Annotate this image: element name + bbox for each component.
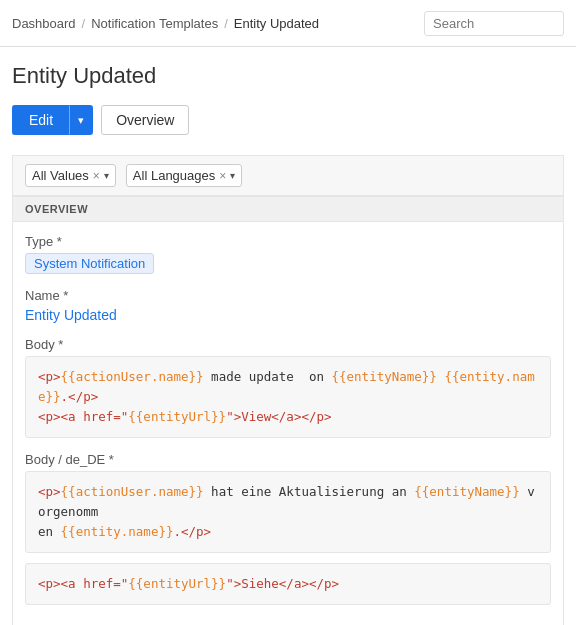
name-value: Entity Updated xyxy=(25,307,551,323)
body-de-var-2: {{entityName}} xyxy=(414,484,519,499)
overview-button[interactable]: Overview xyxy=(101,105,189,135)
body-de-var-4: {{entityUrl}} xyxy=(128,576,226,591)
filter-bar: All Values × ▾ All Languages × ▾ xyxy=(12,155,564,196)
name-field: Name * Entity Updated xyxy=(25,288,551,323)
body-var-4: {{entityUrl}} xyxy=(128,409,226,424)
body-field: Body * <p>{{actionUser.name}} made updat… xyxy=(25,337,551,438)
search-input[interactable] xyxy=(433,16,555,31)
body-de-code: <p>{{actionUser.name}} hat eine Aktualis… xyxy=(25,471,551,553)
page-title: Entity Updated xyxy=(12,63,564,89)
body-de-text-1: hat eine Aktualisierung an xyxy=(204,484,415,499)
body-var-1: {{actionUser.name}} xyxy=(61,369,204,384)
type-value: System Notification xyxy=(25,253,154,274)
body-p-close: </p> xyxy=(68,389,98,404)
filter-languages-clear[interactable]: × xyxy=(219,169,226,183)
overview-section: OVERVIEW Type * System Notification Name… xyxy=(12,196,564,625)
breadcrumb-sep-2: / xyxy=(224,16,228,31)
breadcrumb-dashboard[interactable]: Dashboard xyxy=(12,16,76,31)
filter-values[interactable]: All Values × ▾ xyxy=(25,164,116,187)
body-de-code-2-wrapper: <p><a href="{{entityUrl}}">Siehe</a></p> xyxy=(25,563,551,605)
body-de-label: Body / de_DE * xyxy=(25,452,551,467)
body-de-field: Body / de_DE * <p>{{actionUser.name}} ha… xyxy=(25,452,551,605)
breadcrumb-current: Entity Updated xyxy=(234,16,319,31)
chevron-down-icon: ▾ xyxy=(78,114,84,127)
body-de-close-tag: </p> xyxy=(181,524,211,539)
filter-values-clear[interactable]: × xyxy=(93,169,100,183)
edit-button[interactable]: Edit xyxy=(12,105,69,135)
body-code-text: <p> xyxy=(38,369,61,384)
body-code: <p>{{actionUser.name}} made update on {{… xyxy=(25,356,551,438)
body-de-p2-open: <p><a href=" xyxy=(38,576,128,591)
filter-values-label: All Values xyxy=(32,168,89,183)
edit-dropdown-button[interactable]: ▾ xyxy=(69,105,93,135)
breadcrumb-sep-1: / xyxy=(82,16,86,31)
filter-languages-label: All Languages xyxy=(133,168,215,183)
edit-button-group: Edit ▾ xyxy=(12,105,93,135)
body-tag-close-1: . xyxy=(61,389,69,404)
main-content: Entity Updated Edit ▾ Overview All Value… xyxy=(0,47,576,625)
breadcrumb: Dashboard / Notification Templates / Ent… xyxy=(12,16,319,31)
type-label: Type * xyxy=(25,234,551,249)
body-a-tag: ">View</a></p> xyxy=(226,409,331,424)
body-label: Body * xyxy=(25,337,551,352)
body-de-p-open: <p> xyxy=(38,484,61,499)
body-de-code-2: <p><a href="{{entityUrl}}">Siehe</a></p> xyxy=(25,563,551,605)
body-de-a-tag: ">Siehe</a></p> xyxy=(226,576,339,591)
body-p-2-open: <p><a href=" xyxy=(38,409,128,424)
filter-languages[interactable]: All Languages × ▾ xyxy=(126,164,242,187)
type-field: Type * System Notification xyxy=(25,234,551,274)
body-de-p-close: . xyxy=(173,524,181,539)
body-var-2: {{entityName}} xyxy=(332,369,437,384)
action-bar: Edit ▾ Overview xyxy=(12,105,564,135)
body-de-var-3: {{entity.name}} xyxy=(61,524,174,539)
top-nav: Dashboard / Notification Templates / Ent… xyxy=(0,0,576,47)
body-text-1: made update on xyxy=(204,369,332,384)
section-body: Type * System Notification Name * Entity… xyxy=(13,222,563,625)
name-label: Name * xyxy=(25,288,551,303)
breadcrumb-notification-templates[interactable]: Notification Templates xyxy=(91,16,218,31)
filter-languages-chevron[interactable]: ▾ xyxy=(230,170,235,181)
section-header: OVERVIEW xyxy=(13,197,563,222)
body-de-var-1: {{actionUser.name}} xyxy=(61,484,204,499)
search-area[interactable] xyxy=(424,11,564,36)
filter-values-chevron[interactable]: ▾ xyxy=(104,170,109,181)
